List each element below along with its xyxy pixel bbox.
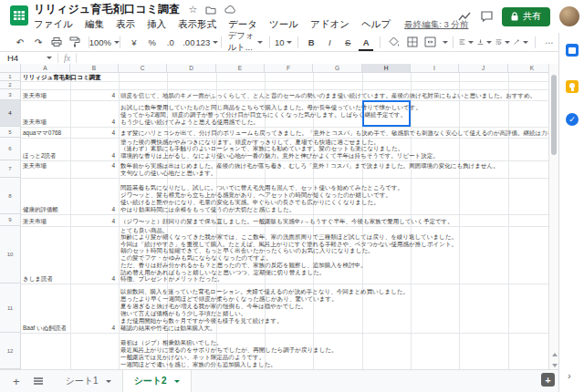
- column-header-E[interactable]: E: [216, 64, 265, 73]
- column-header-G[interactable]: G: [313, 64, 362, 73]
- print-button[interactable]: [49, 35, 64, 49]
- menu-4[interactable]: 表示形式: [178, 18, 216, 31]
- cell-review-text: 数年前から実感は出はじめました。産後の抜け毛が落ち着き、むしろ「意外！コスパ」ま…: [120, 162, 499, 170]
- cell-review-text: まず髪にハリとコシが出て、分け目のボリュームも戻ってきました。「意外とコスパ」も…: [120, 129, 558, 137]
- cell-review-text: ジワ〜ッと、髪も根元から立ち上がる感覚があり、ヘアセットの時間が短くなったのが嬉…: [120, 191, 391, 199]
- star-icon[interactable]: ☆: [189, 5, 198, 15]
- column-header-I[interactable]: I: [411, 64, 459, 73]
- decrease-decimal-button[interactable]: .0: [163, 35, 178, 49]
- zoom-select[interactable]: 100%: [96, 35, 114, 49]
- explore-button[interactable]: +: [541, 373, 555, 387]
- cell-rating-value: 4: [70, 152, 115, 160]
- add-sheet-button[interactable]: +: [13, 376, 20, 387]
- text-color-button[interactable]: A: [359, 35, 373, 49]
- font-size-select[interactable]: 10: [276, 35, 291, 49]
- redo-button[interactable]: ↷: [31, 35, 46, 49]
- cell-review-text: 問題装着も気になりだし、試しに。ついでに替え毛先用も混んで、セット使いを始めてみ…: [120, 184, 403, 191]
- scrollbar-arrows[interactable]: [550, 353, 558, 367]
- column-header-A[interactable]: A: [21, 64, 70, 73]
- all-sheets-button[interactable]: [33, 377, 44, 386]
- merge-cells-button[interactable]: [423, 35, 438, 49]
- italic-button[interactable]: I: [322, 35, 337, 49]
- select-all-corner[interactable]: [0, 64, 21, 73]
- format-percent-button[interactable]: %: [145, 35, 160, 49]
- row-header-9[interactable]: 9: [0, 214, 21, 226]
- row-header-3[interactable]: 3: [0, 89, 21, 100]
- menu-2[interactable]: 表示: [116, 18, 135, 31]
- sheet-tab-1[interactable]: シート1: [55, 370, 122, 392]
- gridline: [508, 73, 509, 369]
- move-folder-icon[interactable]: [205, 5, 216, 15]
- cell-review-text: 特徴、プレゼントがメリットだった。: [120, 275, 223, 283]
- vertical-align-menu[interactable]: [477, 35, 492, 49]
- vertical-scrollbar[interactable]: [548, 64, 558, 369]
- row-header-6[interactable]: 6: [0, 138, 21, 160]
- row-header-2[interactable]: 2: [0, 81, 21, 89]
- column-header-F[interactable]: F: [265, 64, 313, 73]
- cell-rating-value: 4: [70, 129, 115, 137]
- row-header-7[interactable]: 7: [0, 160, 21, 178]
- calendar-icon[interactable]: [566, 44, 579, 57]
- borders-button[interactable]: [405, 35, 420, 49]
- paint-format-button[interactable]: [68, 35, 82, 49]
- menu-8[interactable]: ヘルプ: [361, 18, 391, 31]
- menu-6[interactable]: ツール: [269, 18, 298, 31]
- font-select[interactable]: デフォルト...: [227, 35, 263, 49]
- merge-cells-caret[interactable]: [443, 41, 448, 44]
- bold-button[interactable]: B: [304, 35, 318, 49]
- row-header-4[interactable]: 4: [0, 100, 21, 127]
- text-rotation-menu[interactable]: [514, 35, 528, 49]
- cell-review-text: まだ使用開始から数ヶ月ですが今後も様子を見て続けます。: [120, 317, 283, 325]
- spreadsheet-grid[interactable]: ABCDEFGHIJK123456789101112リリィジュ育毛剤口コミ調査楽…: [0, 64, 558, 369]
- document-title[interactable]: リリィジュ育毛剤口コミ調査: [34, 2, 181, 17]
- menu-3[interactable]: 挿入: [147, 18, 166, 31]
- row-header-5[interactable]: 5: [0, 127, 21, 138]
- menu-1[interactable]: 編集: [85, 18, 104, 31]
- row-header-1[interactable]: 1: [0, 73, 21, 81]
- account-avatar[interactable]: [559, 6, 579, 26]
- row-header-10[interactable]: 10: [0, 226, 21, 284]
- column-header-C[interactable]: C: [119, 64, 167, 73]
- gridline: [21, 214, 558, 215]
- column-header-H[interactable]: H: [362, 64, 411, 73]
- fill-color-button[interactable]: [387, 35, 402, 49]
- row-header-11[interactable]: 11: [0, 284, 21, 333]
- tasks-icon[interactable]: ✓: [566, 113, 579, 126]
- column-header-J[interactable]: J: [459, 64, 508, 73]
- panel-collapse-icon[interactable]: ›: [568, 370, 571, 381]
- scroll-down-icon[interactable]: [552, 364, 558, 367]
- cell-rating-value: 4: [70, 275, 115, 283]
- share-button[interactable]: 共有: [502, 7, 550, 26]
- text-wrap-menu[interactable]: [495, 35, 510, 49]
- name-box[interactable]: H4: [0, 53, 44, 63]
- vertical-scrollbar-thumb[interactable]: [551, 75, 557, 155]
- sheets-logo-icon[interactable]: [9, 5, 29, 26]
- column-header-B[interactable]: B: [70, 64, 119, 73]
- comment-icon[interactable]: [481, 11, 493, 22]
- name-box-caret[interactable]: [47, 57, 52, 59]
- format-currency-button[interactable]: ¥: [127, 35, 141, 49]
- gridline: [459, 73, 460, 369]
- strikethrough-button[interactable]: S: [340, 35, 355, 49]
- row-header-12[interactable]: 12: [0, 333, 21, 369]
- increase-decimal-button[interactable]: .00: [182, 35, 196, 49]
- more-toolbar-button[interactable]: ⋯: [542, 35, 557, 49]
- sparkline-stats-icon[interactable]: [458, 11, 472, 22]
- sheet-tab-2-label: シート2: [134, 375, 167, 387]
- sheet-tab-2[interactable]: シート2: [122, 370, 192, 392]
- column-header-D[interactable]: D: [167, 64, 216, 73]
- keep-icon[interactable]: [566, 80, 579, 93]
- menu-5[interactable]: データ: [228, 18, 257, 31]
- menu-7[interactable]: アドオン: [310, 18, 349, 31]
- horizontal-align-menu[interactable]: [459, 35, 474, 49]
- row-header-8[interactable]: 8: [0, 178, 21, 214]
- gridline: [21, 89, 558, 90]
- undo-button[interactable]: ↶: [13, 35, 27, 49]
- cell-rating-value: 4: [70, 162, 115, 170]
- cell-review-text: 確認の結果や竹毛には効果購入大。: [120, 325, 216, 332]
- scroll-up-icon[interactable]: [552, 353, 558, 356]
- cell-rating-value: 4: [70, 325, 115, 332]
- gridline: [119, 73, 120, 369]
- menu-0[interactable]: ファイル: [34, 18, 73, 31]
- number-format-menu[interactable]: 123: [200, 35, 214, 49]
